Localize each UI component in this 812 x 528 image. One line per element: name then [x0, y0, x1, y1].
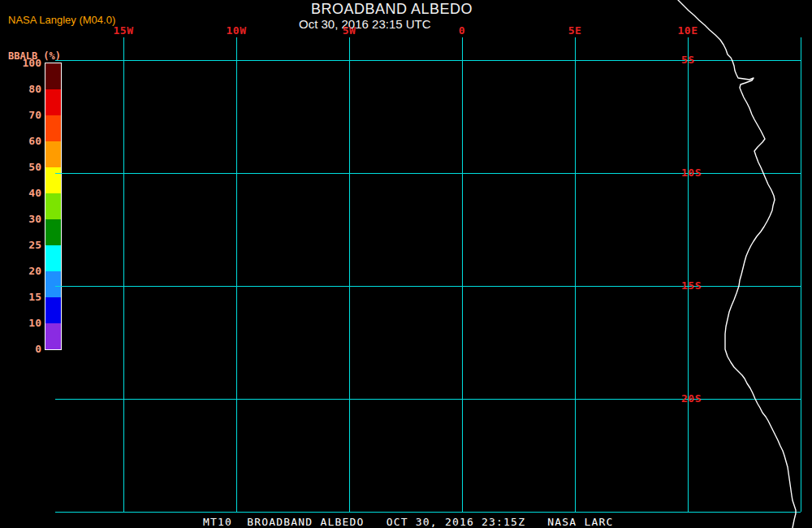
albedo-map-screen: NASA Langley (M04.0) BROADBAND ALBEDO Oc… — [0, 0, 812, 528]
africa-coastline — [678, 0, 796, 528]
footer-caption: MT10 BROADBAND ALBEDO OCT 30, 2016 23:15… — [203, 516, 614, 528]
coastline-layer — [0, 0, 812, 528]
